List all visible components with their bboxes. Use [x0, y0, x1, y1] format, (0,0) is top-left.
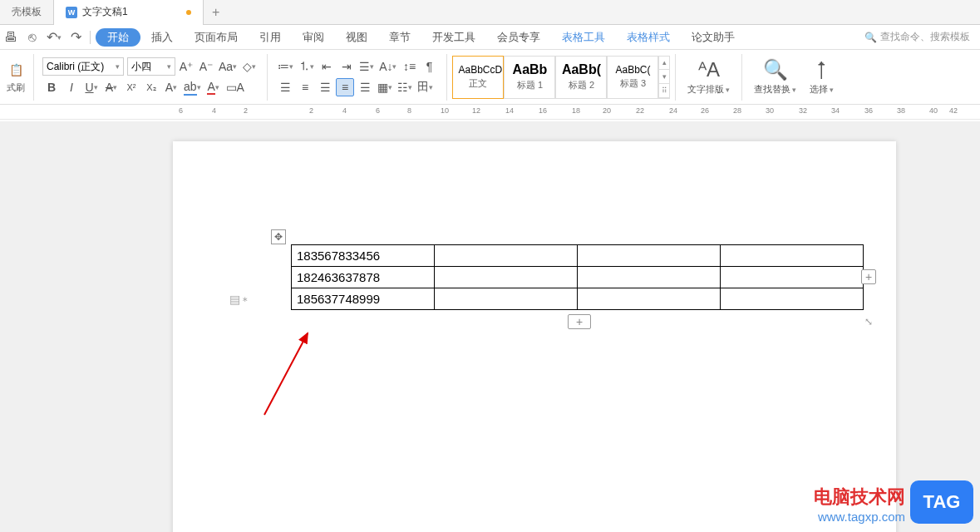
menu-insert[interactable]: 插入: [140, 25, 184, 50]
numbering-button[interactable]: ⒈▾: [297, 57, 316, 76]
ruler-mark: 22: [636, 106, 644, 115]
shrink-font-button[interactable]: A⁻: [197, 57, 215, 76]
align-center-button[interactable]: ≡: [296, 78, 314, 96]
grow-font-button[interactable]: A⁺: [177, 57, 195, 76]
search-input[interactable]: 🔍 查找命令、搜索模板: [864, 30, 978, 44]
ruler-mark: 14: [505, 106, 514, 115]
document-table[interactable]: 183567833456 182463637878 185637748999: [291, 244, 864, 310]
table-cell[interactable]: 185637748999: [292, 288, 435, 310]
style-normal[interactable]: AaBbCcD 正文: [452, 56, 504, 99]
bold-button[interactable]: B: [42, 78, 61, 96]
menu-view[interactable]: 视图: [335, 25, 378, 50]
tabs-button[interactable]: ☷▾: [396, 78, 414, 96]
add-row-button[interactable]: +: [568, 314, 591, 329]
menu-table-tools[interactable]: 表格工具: [551, 25, 616, 50]
print-icon[interactable]: 🖶: [2, 28, 20, 47]
ruler-mark: 20: [603, 106, 611, 115]
strikethrough-button[interactable]: A▾: [102, 78, 121, 96]
font-size-select[interactable]: 小四▾: [127, 57, 175, 76]
ruler-mark: 32: [799, 106, 807, 115]
cursor-icon: ⭡: [812, 58, 832, 81]
italic-button[interactable]: I: [62, 78, 81, 96]
change-case-button[interactable]: Aa▾: [217, 57, 239, 76]
ruler-mark: 4: [342, 106, 347, 115]
table-cell[interactable]: [435, 245, 578, 267]
redo-icon[interactable]: ↷: [66, 28, 85, 47]
align-justify-button[interactable]: ≡: [336, 78, 354, 96]
increase-indent-button[interactable]: ⇥: [337, 57, 356, 76]
tab-bar: 壳模板 W 文字文稿1 +: [0, 0, 980, 25]
menu-chapter[interactable]: 章节: [378, 25, 421, 50]
show-marks-button[interactable]: ¶: [420, 57, 438, 76]
align-left-button[interactable]: ☰: [276, 78, 294, 96]
table-cell[interactable]: [578, 288, 721, 310]
table-cell[interactable]: [721, 288, 864, 310]
sort-button[interactable]: A↓▾: [377, 57, 398, 76]
table-cell[interactable]: [578, 267, 721, 288]
table-cell[interactable]: 182463637878: [292, 267, 435, 288]
style-up-button[interactable]: ▴: [659, 57, 669, 71]
table-row[interactable]: 182463637878: [292, 267, 864, 288]
menu-paper[interactable]: 论文助手: [681, 25, 746, 50]
highlight-button[interactable]: ab▾: [182, 78, 203, 96]
menu-table-style[interactable]: 表格样式: [616, 25, 681, 50]
line-spacing-button[interactable]: ↕≡: [400, 57, 418, 76]
table-cell[interactable]: [721, 267, 864, 288]
style-down-button[interactable]: ▾: [659, 70, 669, 84]
clear-format-button[interactable]: ◇▾: [240, 57, 259, 76]
undo-icon[interactable]: ↶▾: [45, 28, 63, 47]
decrease-indent-button[interactable]: ⇤: [318, 57, 336, 76]
shading-button[interactable]: ▦▾: [376, 78, 394, 96]
menu-review[interactable]: 审阅: [292, 25, 335, 50]
table-row[interactable]: 183567833456: [292, 245, 864, 267]
menu-start[interactable]: 开始: [96, 28, 140, 47]
paste-icon[interactable]: 📋: [7, 61, 25, 79]
tab-template[interactable]: 壳模板: [0, 0, 54, 25]
table-row[interactable]: 185637748999: [292, 288, 864, 310]
font-color-button[interactable]: A▾: [204, 78, 223, 96]
table-cell[interactable]: [435, 267, 578, 288]
typeset-group[interactable]: ᴬA 文字排版▾: [681, 55, 736, 99]
ruler-mark: 4: [212, 106, 216, 115]
text-direction-button[interactable]: ☰▾: [357, 57, 376, 76]
table-cell[interactable]: [721, 245, 864, 267]
bullets-button[interactable]: ≔▾: [276, 57, 295, 76]
add-column-button[interactable]: +: [861, 269, 876, 284]
new-tab-button[interactable]: +: [204, 5, 229, 20]
menu-layout[interactable]: 页面布局: [184, 25, 249, 50]
table-cell[interactable]: 183567833456: [292, 245, 435, 267]
style-heading2[interactable]: AaBb( 标题 2: [555, 56, 607, 99]
text-effects-button[interactable]: A▾: [162, 78, 180, 96]
magnifier-icon: 🔍: [763, 58, 788, 81]
underline-button[interactable]: U▾: [82, 78, 101, 96]
menu-member[interactable]: 会员专享: [486, 25, 551, 50]
style-heading1[interactable]: AaBb 标题 1: [504, 56, 555, 99]
table-resize-handle[interactable]: ⤡: [864, 316, 873, 328]
style-heading3[interactable]: AaBbC( 标题 3: [607, 56, 658, 99]
table-cell[interactable]: [578, 245, 721, 267]
preview-icon[interactable]: ⎋: [23, 28, 42, 47]
ruler-mark: 18: [572, 106, 580, 115]
find-replace-group[interactable]: 🔍 查找替换▾: [747, 55, 803, 99]
separator: [90, 31, 91, 44]
menu-dev[interactable]: 开发工具: [421, 25, 486, 50]
annotation-arrow-icon: [259, 328, 318, 420]
char-shading-button[interactable]: ▭A: [224, 78, 246, 96]
subscript-button[interactable]: X₂: [142, 78, 160, 96]
font-name-select[interactable]: Calibri (正文)▾: [42, 57, 124, 76]
select-group[interactable]: ⭡ 选择▾: [803, 55, 840, 99]
page[interactable]: ▤∗ ✥ 183567833456 182463637878 185637748…: [173, 141, 896, 532]
horizontal-ruler[interactable]: 6422468101214161820222426283032343638404…: [0, 105, 980, 120]
tab-document[interactable]: W 文字文稿1: [54, 0, 204, 25]
superscript-button[interactable]: X²: [122, 78, 140, 96]
borders-button[interactable]: 田▾: [416, 78, 435, 96]
menu-ref[interactable]: 引用: [249, 25, 292, 50]
table-move-handle[interactable]: ✥: [271, 229, 286, 244]
table-cell[interactable]: [435, 288, 578, 310]
distribute-button[interactable]: ☰: [356, 78, 374, 96]
style-more-button[interactable]: ⠿: [659, 84, 669, 98]
align-right-button[interactable]: ☰: [316, 78, 334, 96]
ruler-mark: 10: [441, 106, 449, 115]
separator: [675, 54, 676, 101]
ruler-mark: 2: [309, 106, 313, 115]
